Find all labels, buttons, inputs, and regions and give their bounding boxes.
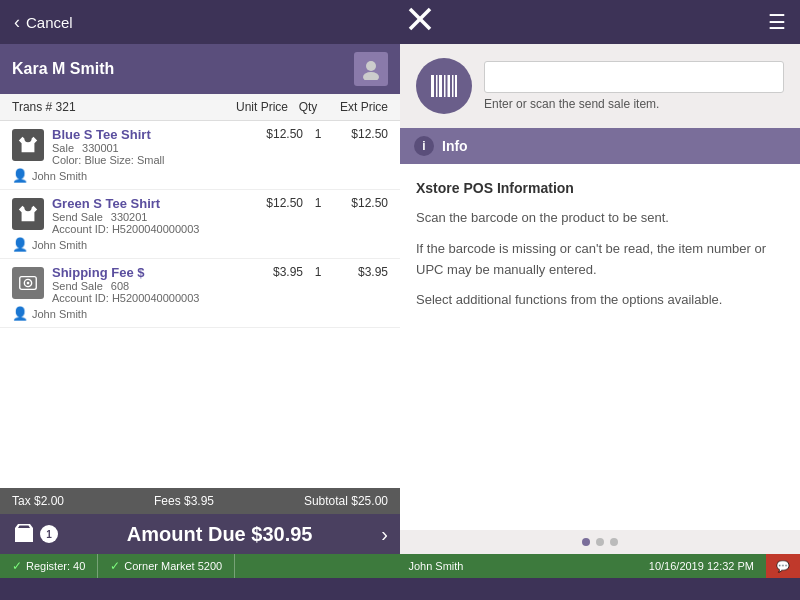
svg-rect-7 bbox=[431, 75, 434, 97]
cancel-button[interactable]: ‹ Cancel bbox=[14, 12, 73, 33]
item-code: 330201 bbox=[111, 211, 148, 223]
user-label: John Smith bbox=[235, 560, 637, 572]
store-segment: ✓ Corner Market 5200 bbox=[98, 554, 235, 578]
item-attrs: Color: Blue Size: Small bbox=[52, 154, 243, 166]
totals-bar: Tax $2.00 Fees $3.95 Subtotal $25.00 bbox=[0, 488, 400, 514]
item-type: Send Sale bbox=[52, 280, 103, 292]
item-qty: 1 bbox=[303, 265, 333, 279]
chevron-left-icon: ‹ bbox=[14, 12, 20, 33]
item-account: Account ID: H5200040000003 bbox=[52, 292, 243, 304]
info-title: Xstore POS Information bbox=[416, 180, 784, 196]
info-line-3: Select additional functions from the opt… bbox=[416, 290, 784, 311]
error-icon: 💬 bbox=[776, 560, 790, 573]
dot-3 bbox=[610, 538, 618, 546]
customer-avatar bbox=[354, 52, 388, 86]
item-account: Account ID: H5200040000003 bbox=[52, 223, 243, 235]
col-unit-price: Unit Price bbox=[218, 100, 288, 114]
dot-1 bbox=[582, 538, 590, 546]
info-bar: i Info bbox=[400, 128, 800, 164]
info-line-1: Scan the barcode on the product to be se… bbox=[416, 208, 784, 229]
main-content: Kara M Smith Trans # 321 Unit Price Qty … bbox=[0, 44, 800, 554]
transaction-number: Trans # 321 bbox=[12, 100, 218, 114]
list-item[interactable]: Shipping Fee $ Send Sale 608 Account ID:… bbox=[0, 259, 400, 328]
store-label: Corner Market 5200 bbox=[124, 560, 222, 572]
amount-due-bar[interactable]: 1 Amount Due $30.95 › bbox=[0, 514, 400, 554]
col-qty: Qty bbox=[288, 100, 328, 114]
datetime-label: 10/16/2019 12:32 PM bbox=[637, 560, 766, 572]
item-type: Sale bbox=[52, 142, 74, 154]
associate-icon: 👤 bbox=[12, 168, 28, 183]
info-label: Info bbox=[442, 138, 468, 154]
amount-due-chevron-icon: › bbox=[381, 523, 388, 546]
scan-area: Enter or scan the send sale item. bbox=[400, 44, 800, 128]
item-code: 608 bbox=[111, 280, 129, 292]
associate-name: John Smith bbox=[32, 239, 87, 251]
register-label: Register: 40 bbox=[26, 560, 85, 572]
register-segment: ✓ Register: 40 bbox=[0, 554, 98, 578]
scan-hint: Enter or scan the send sale item. bbox=[484, 97, 784, 111]
item-icon bbox=[12, 129, 44, 161]
svg-rect-12 bbox=[452, 75, 454, 97]
list-item[interactable]: Blue S Tee Shirt Sale 330001 Color: Blue… bbox=[0, 121, 400, 190]
check-icon: ✓ bbox=[12, 559, 22, 573]
item-qty: 1 bbox=[303, 196, 333, 210]
col-ext-price: Ext Price bbox=[328, 100, 388, 114]
customer-bar: Kara M Smith bbox=[0, 44, 400, 94]
bag-count: 1 bbox=[40, 525, 58, 543]
item-icon bbox=[12, 198, 44, 230]
item-ext-price: $3.95 bbox=[333, 265, 388, 279]
error-button[interactable]: 💬 bbox=[766, 554, 800, 578]
bag-area: 1 bbox=[12, 522, 58, 546]
associate-name: John Smith bbox=[32, 308, 87, 320]
app-logo bbox=[404, 3, 436, 41]
hamburger-icon: ☰ bbox=[768, 11, 786, 33]
svg-rect-9 bbox=[439, 75, 442, 97]
app-header: ‹ Cancel ☰ bbox=[0, 0, 800, 44]
list-item[interactable]: Green S Tee Shirt Send Sale 330201 Accou… bbox=[0, 190, 400, 259]
item-name: Blue S Tee Shirt bbox=[52, 127, 243, 142]
item-type: Send Sale bbox=[52, 211, 103, 223]
right-panel: Enter or scan the send sale item. i Info… bbox=[400, 44, 800, 554]
item-qty: 1 bbox=[303, 127, 333, 141]
transaction-header: Trans # 321 Unit Price Qty Ext Price bbox=[0, 94, 400, 121]
check-icon-2: ✓ bbox=[110, 559, 120, 573]
item-unit-price: $3.95 bbox=[243, 265, 303, 279]
item-unit-price: $12.50 bbox=[243, 127, 303, 141]
item-unit-price: $12.50 bbox=[243, 196, 303, 210]
svg-rect-10 bbox=[444, 75, 446, 97]
pagination-dots bbox=[400, 530, 800, 554]
items-list: Blue S Tee Shirt Sale 330001 Color: Blue… bbox=[0, 121, 400, 488]
amount-due-text: Amount Due $30.95 bbox=[127, 523, 313, 546]
svg-point-3 bbox=[363, 72, 379, 80]
associate-icon: 👤 bbox=[12, 237, 28, 252]
scan-input[interactable] bbox=[484, 61, 784, 93]
info-line-2: If the barcode is missing or can't be re… bbox=[416, 239, 784, 281]
info-content: Xstore POS Information Scan the barcode … bbox=[400, 164, 800, 530]
item-icon bbox=[12, 267, 44, 299]
menu-button[interactable]: ☰ bbox=[768, 10, 786, 34]
left-panel: Kara M Smith Trans # 321 Unit Price Qty … bbox=[0, 44, 400, 554]
associate-icon: 👤 bbox=[12, 306, 28, 321]
svg-point-2 bbox=[366, 61, 376, 71]
tax-total: Tax $2.00 bbox=[12, 494, 64, 508]
dot-2 bbox=[596, 538, 604, 546]
svg-rect-8 bbox=[436, 75, 438, 97]
item-name: Green S Tee Shirt bbox=[52, 196, 243, 211]
associate-name: John Smith bbox=[32, 170, 87, 182]
fees-total: Fees $3.95 bbox=[154, 494, 214, 508]
item-name: Shipping Fee $ bbox=[52, 265, 243, 280]
item-ext-price: $12.50 bbox=[333, 196, 388, 210]
svg-rect-13 bbox=[455, 75, 457, 97]
info-icon: i bbox=[414, 136, 434, 156]
barcode-icon bbox=[416, 58, 472, 114]
cancel-label: Cancel bbox=[26, 14, 73, 31]
scan-input-area: Enter or scan the send sale item. bbox=[484, 61, 784, 111]
svg-point-6 bbox=[27, 282, 30, 285]
item-code: 330001 bbox=[82, 142, 119, 154]
subtotal: Subtotal $25.00 bbox=[304, 494, 388, 508]
status-bar: ✓ Register: 40 ✓ Corner Market 5200 John… bbox=[0, 554, 800, 578]
item-ext-price: $12.50 bbox=[333, 127, 388, 141]
customer-name: Kara M Smith bbox=[12, 60, 114, 78]
svg-rect-11 bbox=[448, 75, 451, 97]
